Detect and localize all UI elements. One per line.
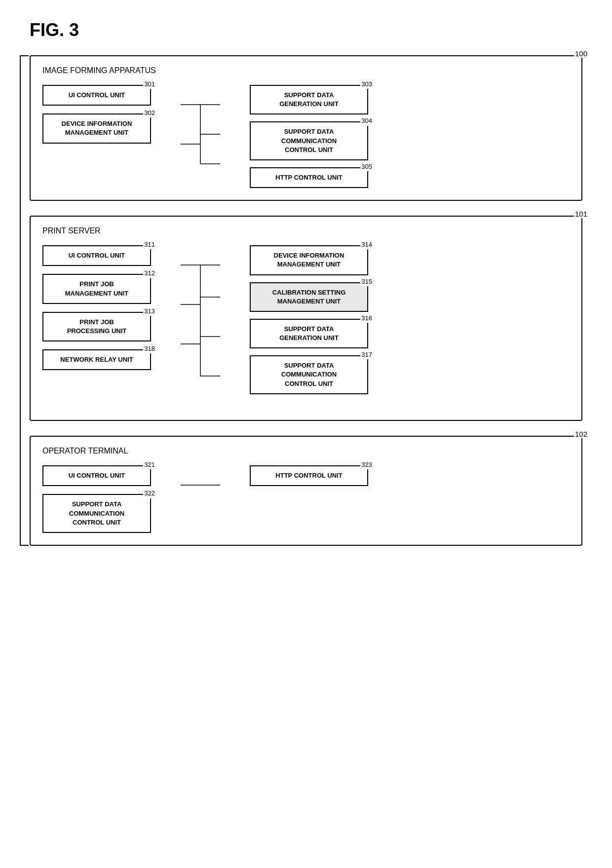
connectors-ifa bbox=[181, 90, 220, 179]
image-forming-number: 100 bbox=[574, 49, 588, 58]
operator-terminal-label: OPERATOR TERMINAL bbox=[42, 447, 570, 455]
unit-317: SUPPORT DATACOMMUNICATIONCONTROL UNIT 31… bbox=[250, 355, 368, 394]
unit-321-number: 321 bbox=[143, 460, 156, 469]
unit-311-number: 311 bbox=[143, 240, 156, 249]
print-server-inner: UI CONTROL UNIT 311 PRINT JOBMANAGEMENT … bbox=[42, 245, 570, 408]
connectors-ps bbox=[181, 250, 220, 408]
operator-terminal-inner: UI CONTROL UNIT 321 SUPPORT DATACOMMUNIC… bbox=[42, 465, 570, 533]
unit-311: UI CONTROL UNIT 311 bbox=[42, 245, 151, 266]
unit-311-text: UI CONTROL UNIT bbox=[69, 252, 125, 259]
operator-terminal-number: 102 bbox=[574, 430, 588, 438]
unit-317-text: SUPPORT DATACOMMUNICATIONCONTROL UNIT bbox=[281, 362, 337, 387]
unit-315-text: CALIBRATION SETTINGMANAGEMENT UNIT bbox=[272, 289, 346, 305]
image-forming-apparatus-box: IMAGE FORMING APPARATUS 100 UI CONTROL U… bbox=[30, 55, 582, 201]
print-server-layout: UI CONTROL UNIT 311 PRINT JOBMANAGEMENT … bbox=[42, 245, 570, 408]
print-server-box: PRINT SERVER 101 UI CONTROL UNIT 311 PRI… bbox=[30, 216, 582, 421]
unit-314-text: DEVICE INFORMATIONMANAGEMENT UNIT bbox=[274, 252, 344, 268]
print-server-label: PRINT SERVER bbox=[42, 226, 570, 235]
image-forming-right: SUPPORT DATAGENERATION UNIT 303 SUPPORT … bbox=[250, 85, 368, 188]
unit-305-number: 305 bbox=[360, 162, 373, 171]
unit-303: SUPPORT DATAGENERATION UNIT 303 bbox=[250, 85, 368, 114]
unit-301-text: UI CONTROL UNIT bbox=[69, 91, 125, 99]
image-forming-left: UI CONTROL UNIT 301 DEVICE INFORMATIONMA… bbox=[42, 85, 151, 144]
image-forming-layout: UI CONTROL UNIT 301 DEVICE INFORMATIONMA… bbox=[42, 85, 570, 188]
operator-terminal-box: OPERATOR TERMINAL 102 UI CONTROL UNIT 32… bbox=[30, 436, 582, 546]
unit-301: UI CONTROL UNIT 301 bbox=[42, 85, 151, 106]
unit-314: DEVICE INFORMATIONMANAGEMENT UNIT 314 bbox=[250, 245, 368, 275]
unit-312-number: 312 bbox=[143, 269, 156, 278]
fig-title: FIG. 3 bbox=[30, 20, 582, 40]
unit-314-number: 314 bbox=[360, 240, 373, 249]
unit-321-text: UI CONTROL UNIT bbox=[69, 472, 125, 479]
unit-315-number: 315 bbox=[360, 277, 373, 286]
unit-312: PRINT JOBMANAGEMENT UNIT 312 bbox=[42, 274, 151, 303]
unit-316: SUPPORT DATAGENERATION UNIT 316 bbox=[250, 319, 368, 348]
image-forming-inner: UI CONTROL UNIT 301 DEVICE INFORMATIONMA… bbox=[42, 85, 570, 188]
print-server-right: DEVICE INFORMATIONMANAGEMENT UNIT 314 CA… bbox=[250, 245, 368, 394]
unit-301-number: 301 bbox=[143, 80, 156, 89]
image-forming-label: IMAGE FORMING APPARATUS bbox=[42, 66, 570, 75]
unit-315: CALIBRATION SETTINGMANAGEMENT UNIT 315 bbox=[250, 282, 368, 312]
operator-terminal-left: UI CONTROL UNIT 321 SUPPORT DATACOMMUNIC… bbox=[42, 465, 151, 533]
connectors-ot bbox=[181, 470, 220, 529]
diagram-wrapper: IMAGE FORMING APPARATUS 100 UI CONTROL U… bbox=[30, 55, 582, 546]
unit-323-text: HTTP CONTROL UNIT bbox=[275, 472, 342, 479]
unit-304-number: 304 bbox=[360, 116, 373, 125]
unit-302: DEVICE INFORMATIONMANAGEMENT UNIT 302 bbox=[42, 113, 151, 143]
unit-322: SUPPORT DATACOMMUNICATIONCONTROL UNIT 32… bbox=[42, 494, 151, 533]
unit-313-text: PRINT JOBPROCESSING UNIT bbox=[67, 318, 127, 335]
unit-318: NETWORK RELAY UNIT 318 bbox=[42, 349, 151, 370]
unit-318-text: NETWORK RELAY UNIT bbox=[60, 356, 133, 363]
unit-302-number: 302 bbox=[143, 109, 156, 117]
unit-303-number: 303 bbox=[360, 80, 373, 89]
unit-313-number: 313 bbox=[143, 307, 156, 316]
unit-322-text: SUPPORT DATACOMMUNICATIONCONTROL UNIT bbox=[69, 500, 124, 526]
unit-317-number: 317 bbox=[360, 350, 373, 359]
unit-316-text: SUPPORT DATAGENERATION UNIT bbox=[279, 325, 339, 341]
unit-304-text: SUPPORT DATACOMMUNICATIONCONTROL UNIT bbox=[281, 128, 337, 153]
unit-323-number: 323 bbox=[360, 460, 373, 469]
unit-305: HTTP CONTROL UNIT 305 bbox=[250, 167, 368, 188]
unit-304: SUPPORT DATACOMMUNICATIONCONTROL UNIT 30… bbox=[250, 121, 368, 160]
unit-323: HTTP CONTROL UNIT 323 bbox=[250, 465, 368, 486]
unit-303-text: SUPPORT DATAGENERATION UNIT bbox=[279, 91, 339, 108]
operator-terminal-right: HTTP CONTROL UNIT 323 bbox=[250, 465, 368, 486]
unit-322-number: 322 bbox=[143, 489, 156, 498]
unit-321: UI CONTROL UNIT 321 bbox=[42, 465, 151, 486]
unit-302-text: DEVICE INFORMATIONMANAGEMENT UNIT bbox=[62, 120, 132, 136]
unit-305-text: HTTP CONTROL UNIT bbox=[275, 174, 342, 181]
unit-316-number: 316 bbox=[360, 314, 373, 323]
unit-313: PRINT JOBPROCESSING UNIT 313 bbox=[42, 312, 151, 341]
unit-318-number: 318 bbox=[143, 344, 156, 353]
brace-line bbox=[20, 55, 29, 546]
print-server-number: 101 bbox=[574, 210, 588, 218]
unit-312-text: PRINT JOBMANAGEMENT UNIT bbox=[65, 280, 129, 297]
operator-terminal-layout: UI CONTROL UNIT 321 SUPPORT DATACOMMUNIC… bbox=[42, 465, 570, 533]
print-server-left: UI CONTROL UNIT 311 PRINT JOBMANAGEMENT … bbox=[42, 245, 151, 370]
